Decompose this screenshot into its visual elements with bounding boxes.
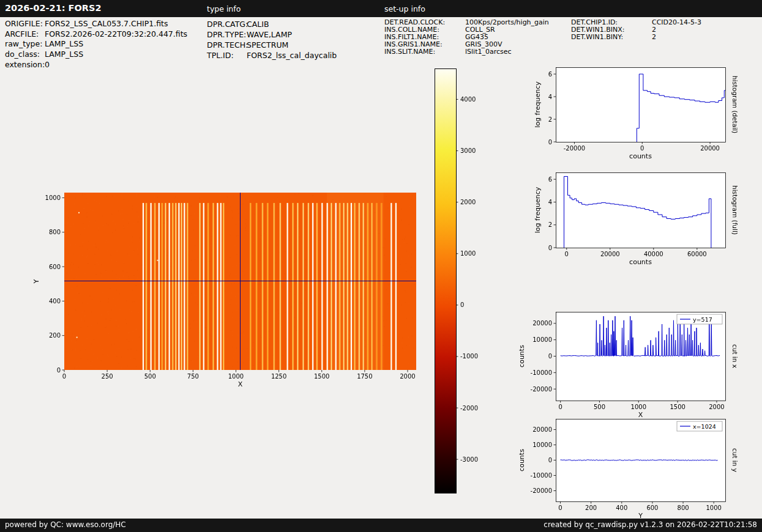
cut_y-plot: 02004006008001000-20000-1000001000020000… — [518, 419, 739, 520]
hist_detail-xtick-label: 20000 — [700, 145, 720, 152]
hist_full-ytick-label: 0 — [548, 245, 552, 251]
slit-name-label: INS.SLIT.NAME: — [384, 48, 465, 56]
hist_detail-ylabel: log frequency — [534, 81, 542, 128]
raw_image-xtick-label: 250 — [102, 373, 113, 380]
hist_detail-ytick-label: 0 — [548, 139, 552, 146]
raw_image-ytick-label: 400 — [49, 298, 61, 305]
hist_detail-axes-frame — [556, 68, 726, 142]
biny-label: DET.WIN1.BINY: — [571, 33, 652, 41]
cut_y-xtick-label: 600 — [646, 504, 658, 511]
cut_y-ylabel: counts — [518, 449, 526, 471]
cut_x-plot: 0500100015002000-20000-1000001000020000X… — [518, 312, 739, 419]
cut_x-legend — [677, 314, 722, 324]
cut_x-xtick-label: 500 — [594, 404, 605, 410]
raw_image-ytick-label: 600 — [49, 264, 61, 270]
raw-spectrum-image — [64, 193, 416, 370]
hist_full-data-line — [564, 177, 711, 248]
raw_image-xtick-label: 0 — [62, 373, 66, 380]
cut_y-legend — [677, 421, 722, 431]
type-info-heading: type info — [207, 4, 241, 13]
rawtype-label: raw_type: — [5, 39, 45, 48]
biny-row: DET.WIN1.BINY:2 — [571, 33, 656, 41]
cut_y-ytick-label: 10000 — [532, 441, 552, 448]
raw_image-xtick-label: 1000 — [228, 373, 244, 380]
colorbar-tick-label: -3000 — [460, 456, 478, 463]
tpl-id-row: TPL.ID:FORS2_lss_cal_daycalib — [207, 51, 337, 60]
colorbar-tick-label: -2000 — [460, 405, 478, 412]
rawtype-row: raw_type:LAMP_LSS — [5, 39, 83, 48]
cut_y-xtick-label: 1000 — [706, 504, 721, 511]
cut_y-xtick-label: 0 — [558, 504, 562, 511]
extension-row: extension:0 — [5, 60, 50, 69]
hist_full-ytick-label: 6 — [548, 176, 552, 183]
cut_y-xtick-label: 200 — [585, 504, 597, 511]
slit-name-value: lSlit1_0arcsec — [465, 48, 512, 56]
hist_full-xtick-label: 40000 — [644, 251, 663, 257]
dpr-type-row: DPR.TYPE:WAVE,LAMP — [207, 30, 292, 39]
hist_full-axes-frame — [556, 173, 726, 248]
hist_full-rlabel: histogram (full) — [731, 185, 739, 235]
arcfile-label: ARCFILE: — [5, 29, 45, 39]
raw_image-ytick-label: 0 — [57, 367, 61, 374]
cut_y-xtick-label: 800 — [678, 504, 689, 511]
hist_full-xtick-label: 0 — [565, 251, 569, 257]
raw_image-ylabel: Y — [32, 279, 40, 284]
dpr-catg-value: CALIB — [247, 20, 269, 29]
origfile-label: ORIGFILE: — [5, 19, 45, 28]
arcfile-row: ARCFILE:FORS2.2026-02-22T09:32:20.447.fi… — [5, 29, 187, 39]
creation-info: created by qc_rawdisp.py v1.2.3 on 2026-… — [543, 520, 757, 529]
raw_image-ytick-label: 1000 — [45, 194, 61, 201]
report-title: 2026-02-21: FORS2 — [5, 3, 102, 13]
dpr-catg-label: DPR.CATG: — [207, 20, 247, 29]
cut_y-ytick-label: 0 — [548, 457, 552, 464]
colorbar — [435, 68, 457, 493]
extension-value: 0 — [45, 60, 50, 69]
tpl-id-label: TPL.ID: — [207, 51, 247, 60]
extension-label: extension: — [5, 60, 45, 69]
chip-id-value: CCID20-14-5-3 — [652, 18, 701, 26]
cut_x-xtick-label: 0 — [558, 404, 562, 410]
colorbar-tick-label: 0 — [460, 301, 464, 308]
raw_image-xtick-label: 1750 — [357, 373, 372, 380]
doclass-label: do_class: — [5, 50, 45, 59]
cut_y-legend-label: x=1024 — [693, 423, 716, 430]
origfile-row: ORIGFILE:FORS2_LSS_CAL053.7.CHIP1.fits — [5, 19, 168, 28]
cut_x-ytick-label: -10000 — [531, 369, 552, 376]
cut_y-ytick-label: 20000 — [532, 426, 552, 433]
dpr-tech-row: DPR.TECH:SPECTRUM — [207, 40, 288, 50]
header-bar: 2026-02-21: FORS2 type info set-up info — [0, 0, 762, 17]
footer-bar: powered by QC: www.eso.org/HC created by… — [0, 519, 762, 532]
raw_image-xlabel: X — [238, 380, 243, 388]
raw_image-xtick-label: 1500 — [314, 373, 329, 380]
qc-home-link[interactable]: powered by QC: www.eso.org/HC — [5, 520, 126, 529]
doclass-value: LAMP_LSS — [45, 50, 83, 59]
cut_x-legend-label: y=517 — [693, 316, 712, 323]
colorbar-ticks: 40003000200010000-1000-2000-3000 — [456, 96, 478, 463]
cut_x-xtick-label: 1500 — [670, 404, 685, 410]
hist_detail-plot: -200000200000246countslog frequencyhisto… — [534, 68, 739, 161]
raw_image-ytick-label: 800 — [49, 229, 61, 235]
colorbar-tick-label: 3000 — [460, 147, 476, 154]
colorbar-tick-label: -1000 — [460, 353, 478, 360]
colorbar-tick-label: 2000 — [460, 199, 476, 205]
hist_detail-xtick-label: -20000 — [564, 145, 585, 152]
setup-info-heading: set-up info — [384, 4, 425, 13]
hist_detail-ytick-label: 6 — [548, 71, 552, 78]
dpr-type-value: WAVE,LAMP — [247, 30, 292, 39]
cut_x-xlabel: X — [638, 411, 643, 419]
hist_detail-ytick-label: 4 — [548, 94, 552, 100]
cut_x-xtick-label: 2000 — [709, 404, 724, 410]
hist_full-xlabel: counts — [629, 258, 652, 266]
cut_y-rlabel: cut in y — [731, 448, 739, 472]
hist_detail-ytick-label: 2 — [548, 116, 552, 123]
origfile-value: FORS2_LSS_CAL053.7.CHIP1.fits — [45, 19, 168, 28]
colorbar-tick-label: 4000 — [460, 96, 476, 103]
arcfile-value: FORS2.2026-02-22T09:32:20.447.fits — [45, 29, 187, 39]
hist_full-ytick-label: 4 — [548, 199, 552, 205]
cut_x-ytick-label: 10000 — [532, 336, 552, 343]
cut_x-ylabel: counts — [518, 345, 526, 368]
raw_image-xtick-label: 2000 — [400, 373, 415, 380]
cut_x-ytick-label: 20000 — [532, 320, 552, 327]
slit-name-row: INS.SLIT.NAME:lSlit1_0arcsec — [384, 48, 512, 56]
dpr-tech-value: SPECTRUM — [247, 40, 288, 50]
